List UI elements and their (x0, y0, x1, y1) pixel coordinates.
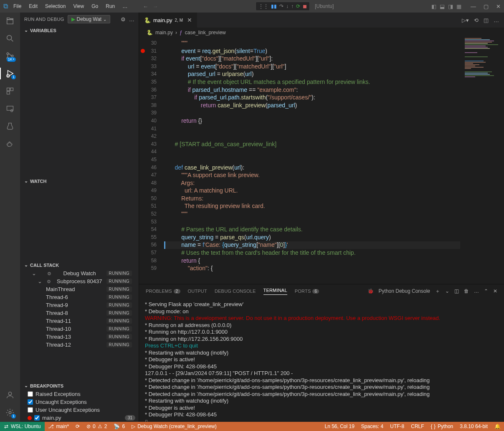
status-problems[interactable]: ⊘0⚠2 (83, 422, 110, 431)
breakpoint-row[interactable]: Raised Exceptions (20, 390, 139, 398)
chevron-up-icon[interactable]: ⌃ (484, 288, 488, 294)
drag-handle-icon[interactable]: ⋮⋮ (258, 3, 268, 9)
menu-view[interactable]: View (70, 2, 87, 11)
panel-tab-terminal[interactable]: TERMINAL (263, 288, 287, 295)
menu-more[interactable]: … (119, 2, 130, 11)
line-gutter[interactable]: 3031323334353637383940414243444546474849… (139, 38, 164, 272)
breakpoint-checkbox[interactable] (28, 391, 33, 397)
callstack-row[interactable]: Thread-8RUNNING (20, 309, 139, 317)
status-debug-target[interactable]: ▷Debug Watch (create_link_preview) (128, 422, 220, 431)
terminal-content[interactable]: * Serving Flask app 'create_link_preview… (139, 298, 504, 422)
trash-icon[interactable]: 🗑 (464, 288, 469, 294)
breadcrumb-symbol[interactable]: case_link_preview (185, 30, 226, 35)
callstack-row[interactable]: Thread-9RUNNING (20, 301, 139, 309)
minimap[interactable] (462, 38, 504, 284)
status-python-version[interactable]: 3.8.10 64-bit (456, 422, 491, 431)
extensions-icon[interactable] (5, 86, 15, 96)
stop-icon[interactable]: ◼ (303, 3, 307, 9)
layout-panel-right-icon[interactable]: ◨ (448, 3, 453, 10)
status-language[interactable]: { }Python (428, 422, 457, 431)
split-terminal-icon[interactable]: ◫ (454, 288, 459, 294)
status-sync[interactable]: ⟳ (72, 422, 83, 431)
callstack-row[interactable]: Thread-13RUNNING (20, 333, 139, 341)
code-editor[interactable]: 3031323334353637383940414243444546474849… (139, 38, 504, 284)
close-tab-icon[interactable]: ✕ (187, 17, 192, 23)
callstack-row[interactable]: Thread-11RUNNING (20, 317, 139, 325)
new-terminal-icon[interactable]: ＋ (435, 288, 440, 295)
panel-tab-ports[interactable]: PORTS6 (295, 289, 319, 294)
close-panel-icon[interactable]: ✕ (493, 288, 497, 294)
breakpoint-row[interactable]: Uncaught Exceptions (20, 398, 139, 406)
terminal-profile[interactable]: Python Debug Console (379, 288, 430, 294)
more-icon[interactable]: … (129, 16, 134, 23)
terminal-dropdown-icon[interactable]: ⌄ (445, 288, 449, 294)
menu-selection[interactable]: Selection (42, 2, 68, 11)
breadcrumbs[interactable]: 🐍 main.py › ƒ case_link_preview (139, 28, 504, 38)
section-watch[interactable]: ⌄WATCH (20, 177, 139, 185)
window-minimize-icon[interactable]: ― (471, 3, 476, 10)
step-over-icon[interactable]: ↷ (279, 3, 284, 9)
explorer-icon[interactable] (5, 16, 15, 26)
run-dropdown-icon[interactable]: ▷▾ (462, 17, 469, 23)
window-maximize-icon[interactable]: ▢ (484, 3, 489, 10)
breakpoint-checkbox[interactable] (34, 415, 40, 421)
restart-icon[interactable]: ⟳ (296, 3, 300, 9)
menu-run[interactable]: Run (103, 2, 118, 11)
breakpoint-row[interactable]: main.py31 (20, 414, 139, 422)
debug-floating-toolbar[interactable]: ⋮⋮ ▮▮ ↷ ↓ ↑ ⟳ ◼ (256, 2, 310, 11)
status-ports[interactable]: 📡6 (110, 422, 128, 431)
step-out-icon[interactable]: ↑ (291, 3, 294, 9)
breadcrumb-file[interactable]: main.py (155, 30, 173, 35)
accounts-icon[interactable] (5, 390, 15, 400)
step-into-icon[interactable]: ↓ (286, 3, 289, 9)
run-debug-icon[interactable]: 1 (5, 68, 15, 79)
tab-main-py[interactable]: 🐍 main.py 2, M ✕ (139, 13, 198, 28)
callstack-row[interactable]: Thread-10RUNNING (20, 325, 139, 333)
settings-icon[interactable]: 1 (5, 408, 15, 418)
debug-config-select[interactable]: ▶ Debug Wat ⌄ (68, 15, 111, 23)
status-branch[interactable]: ⎇main* (45, 422, 72, 431)
menu-file[interactable]: File (10, 2, 24, 11)
status-cursor[interactable]: Ln 56, Col 19 (321, 422, 357, 431)
status-notifications[interactable]: 🔔 (491, 422, 504, 431)
callstack-row[interactable]: Thread-12RUNNING (20, 341, 139, 349)
status-eol[interactable]: CRLF (408, 422, 427, 431)
status-indent[interactable]: Spaces: 4 (358, 422, 387, 431)
layout-panel-left-icon[interactable]: ◧ (431, 3, 436, 10)
panel-tab-output[interactable]: OUTPUT (188, 289, 207, 294)
section-variables[interactable]: ⌄VARIABLES (20, 26, 139, 35)
panel-tab-problems[interactable]: PROBLEMS2 (146, 289, 180, 294)
window-close-icon[interactable]: ✕ (496, 3, 501, 10)
breakpoint-row[interactable]: User Uncaught Exceptions (20, 406, 139, 414)
gear-icon[interactable]: ⚙ (121, 16, 126, 23)
callstack-row[interactable]: MainThreadRUNNING (20, 285, 139, 293)
menu-go[interactable]: Go (89, 2, 101, 11)
breakpoint-dot-icon (28, 416, 32, 420)
section-breakpoints[interactable]: ⌄BREAKPOINTS (20, 381, 139, 390)
split-editor-icon[interactable]: ◫ (484, 17, 489, 23)
layout-grid-icon[interactable]: ▦ (456, 3, 461, 10)
panel-tab-debug-console[interactable]: DEBUG CONSOLE (215, 289, 256, 294)
source-control-icon[interactable]: 1K+ (5, 51, 15, 61)
menu-edit[interactable]: Edit (26, 2, 41, 11)
search-icon[interactable] (5, 33, 15, 43)
testing-icon[interactable] (5, 121, 15, 131)
remote-explorer-icon[interactable] (5, 104, 15, 114)
breakpoint-checkbox[interactable] (28, 407, 33, 413)
breakpoint-checkbox[interactable] (28, 399, 33, 405)
layout-panel-bottom-icon[interactable]: ⬓ (440, 3, 445, 10)
nav-back-icon[interactable]: ← (143, 3, 148, 10)
more-icon[interactable]: … (474, 288, 479, 294)
status-encoding[interactable]: UTF-8 (387, 422, 408, 431)
pause-icon[interactable]: ▮▮ (271, 3, 277, 9)
callstack-row[interactable]: Thread-6RUNNING (20, 293, 139, 301)
docker-icon[interactable] (5, 139, 15, 149)
more-actions-icon[interactable]: … (494, 17, 499, 23)
status-remote[interactable]: ⇄ WSL: Ubuntu (0, 422, 45, 431)
nav-forward-icon[interactable]: → (152, 3, 158, 10)
section-callstack[interactable]: ⌄CALL STACK (20, 261, 139, 269)
callstack-row[interactable]: ⌄Subprocess 80437RUNNING (20, 277, 139, 285)
debug-rerun-icon[interactable]: ⟲ (474, 17, 479, 23)
code-content[interactable]: """ event = req.get_json(silent=True) if… (168, 39, 460, 272)
callstack-row[interactable]: ⌄Debug WatchRUNNING (20, 269, 139, 277)
